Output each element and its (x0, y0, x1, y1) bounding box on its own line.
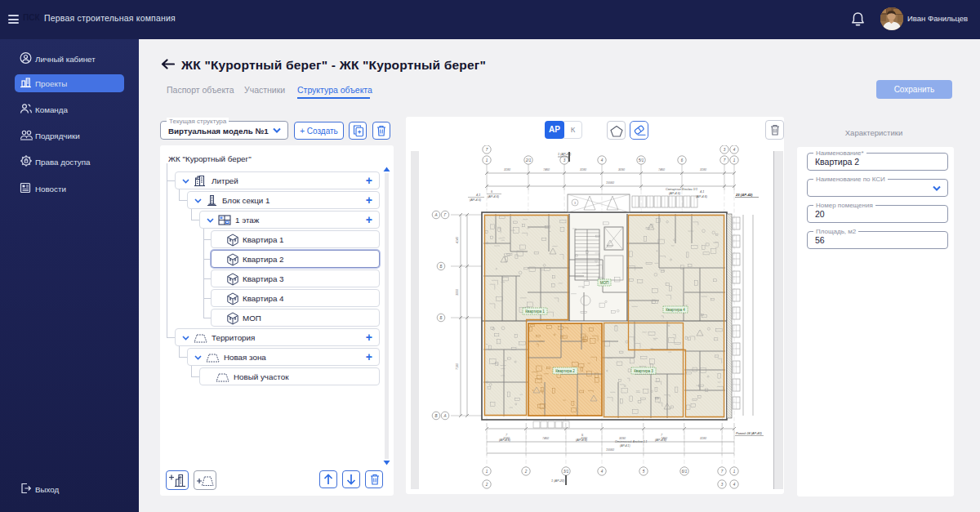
svg-text:Отделочный Альбом 1.1: Отделочный Альбом 1.1 (615, 440, 648, 443)
svg-text:(АР-4.1): (АР-4.1) (620, 444, 630, 447)
svg-text:(АР-4.5): (АР-4.5) (470, 198, 482, 202)
svg-text:(АР-4.6): (АР-4.6) (576, 439, 588, 442)
svg-text:6: 6 (681, 158, 684, 163)
svg-text:4,1: 4,1 (476, 194, 480, 197)
svg-text:2: 2 (485, 483, 488, 487)
svg-text:15560: 15560 (606, 181, 614, 185)
svg-text:7: 7 (721, 470, 724, 474)
svg-text:Б: Б (440, 265, 443, 269)
svg-text:3/1: 3/1 (564, 470, 569, 474)
svg-text:4: 4 (733, 483, 736, 487)
svg-text:В: В (434, 414, 437, 418)
svg-text:3180: 3180 (700, 437, 706, 440)
svg-text:23 (АР-42): 23 (АР-42) (735, 193, 753, 197)
svg-text:(АР-4.6): (АР-4.6) (696, 195, 708, 198)
svg-text:5: 5 (643, 470, 645, 474)
svg-text:1: 1 (733, 158, 736, 163)
svg-text:4: 4 (733, 148, 736, 152)
svg-text:Смещение Кладки 1/1: Смещение Кладки 1/1 (666, 188, 697, 191)
svg-text:4: 4 (601, 158, 604, 163)
svg-text:2/1: 2/1 (525, 158, 532, 163)
svg-text:3180: 3180 (580, 168, 586, 171)
svg-text:2: 2 (524, 470, 528, 474)
svg-text:Квартира 1: Квартира 1 (525, 309, 545, 314)
svg-text:7: 7 (724, 158, 726, 163)
svg-text:3180: 3180 (700, 168, 706, 171)
svg-text:3: 3 (721, 483, 724, 487)
svg-text:Развод 24 (АР-40): Развод 24 (АР-40) (736, 432, 763, 435)
svg-text:Квартира 2: Квартира 2 (555, 369, 575, 373)
svg-text:5/1: 5/1 (639, 158, 644, 163)
svg-text:1: 1 (486, 158, 488, 163)
svg-text:3090: 3090 (618, 168, 625, 171)
svg-text:Квартира 3: Квартира 3 (634, 369, 653, 373)
svg-text:(АР-4.5): (АР-4.5) (669, 192, 681, 195)
svg-text:(АР-4.6): (АР-4.6) (488, 195, 500, 198)
svg-text:4140: 4140 (456, 237, 459, 243)
svg-text:3: 3 (574, 202, 576, 205)
svg-text:3: 3 (564, 158, 566, 163)
svg-text:МОП: МОП (600, 281, 609, 285)
svg-text:3000: 3000 (456, 289, 459, 296)
svg-text:А: А (443, 414, 446, 418)
svg-text:7460: 7460 (658, 168, 665, 171)
svg-text:А: А (434, 213, 437, 217)
svg-text:(АР-4.6): (АР-4.6) (499, 439, 511, 442)
svg-text:1: 1 (486, 470, 488, 474)
svg-text:Б: Б (440, 316, 443, 320)
svg-text:4,1: 4,1 (700, 190, 704, 194)
svg-text:7460: 7460 (542, 437, 549, 440)
svg-text:7180: 7180 (456, 363, 459, 370)
svg-text:6/1: 6/1 (682, 470, 688, 474)
svg-text:3180: 3180 (504, 168, 510, 171)
svg-text:7: 7 (486, 148, 488, 152)
svg-text:7460: 7460 (543, 168, 550, 171)
svg-text:3: 3 (724, 148, 726, 152)
svg-text:1: 1 (733, 470, 736, 474)
svg-text:15560: 15560 (606, 448, 614, 452)
svg-text:1 (АР-20): 1 (АР-20) (551, 479, 565, 483)
svg-text:(АР-4.6): (АР-4.6) (655, 439, 667, 442)
svg-text:Квартира 4: Квартира 4 (666, 308, 685, 312)
svg-text:4: 4 (601, 470, 604, 474)
